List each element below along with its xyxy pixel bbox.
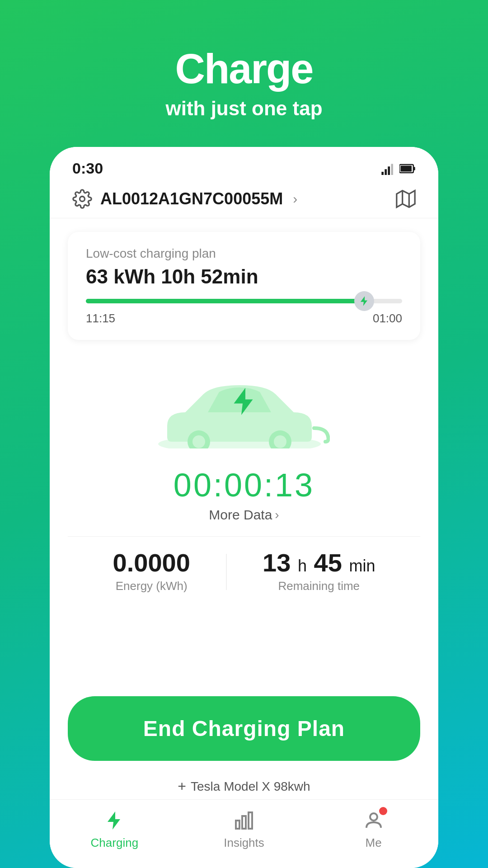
lightning-center-icon [228, 385, 260, 420]
svg-point-15 [274, 435, 286, 448]
header-section: Charge with just one tap [165, 0, 322, 120]
nav-me[interactable]: Me [309, 809, 438, 850]
signal-icon [380, 162, 394, 175]
nav-charging[interactable]: Charging [50, 809, 179, 850]
time-mins: 45 [314, 548, 342, 577]
more-data-link[interactable]: More Data › [209, 507, 279, 523]
energy-stat: 0.0000 Energy (kWh) [113, 550, 190, 593]
nav-charging-label: Charging [91, 836, 139, 850]
nav-insights-icon-wrap [232, 809, 256, 832]
progress-track [86, 299, 402, 303]
svg-marker-8 [397, 191, 415, 208]
time-min-label: min [349, 557, 375, 575]
page-title: Charge [165, 45, 322, 93]
progress-thumb [354, 291, 374, 311]
svg-rect-18 [249, 812, 252, 829]
plus-icon: + [178, 778, 186, 795]
page-subtitle: with just one tap [165, 97, 322, 120]
add-vehicle-row[interactable]: + Tesla Model X 98kwh [50, 770, 438, 799]
plan-hours: 10h [161, 265, 195, 288]
svg-marker-3 [391, 164, 393, 175]
nav-charging-icon-wrap [103, 809, 126, 832]
time-hours: 13 [263, 548, 291, 577]
device-id[interactable]: AL0012A1GN7C00055M [100, 189, 283, 208]
nav-insights[interactable]: Insights [179, 809, 309, 850]
progress-times: 11:15 01:00 [86, 311, 402, 326]
plan-value: 63 kWh 10h 52min [86, 265, 402, 288]
time-end: 01:00 [373, 311, 402, 326]
charging-plan-card: Low-cost charging plan 63 kWh 10h 52min … [68, 232, 420, 340]
svg-marker-1 [385, 169, 387, 175]
charging-nav-icon [103, 810, 125, 831]
nav-insights-label: Insights [224, 836, 264, 850]
vehicle-label: Tesla Model X 98kwh [191, 779, 310, 794]
stats-row: 0.0000 Energy (kWh) 13 h 45 min Remainin… [68, 536, 420, 607]
map-icon[interactable] [396, 189, 416, 209]
svg-rect-16 [236, 821, 239, 829]
more-data-chevron: › [275, 508, 279, 522]
energy-label: Energy (kWh) [113, 579, 190, 593]
car-container [149, 358, 339, 458]
svg-point-13 [192, 435, 205, 448]
flex-spacer [68, 607, 420, 696]
plan-label: Low-cost charging plan [86, 246, 402, 261]
insights-nav-icon [233, 810, 255, 831]
device-chevron[interactable]: › [293, 191, 297, 207]
charging-timer: 00:00:13 [174, 467, 314, 504]
stat-divider [226, 554, 227, 590]
progress-fill [86, 299, 364, 303]
svg-rect-17 [242, 816, 246, 829]
gear-icon[interactable] [72, 189, 92, 209]
svg-rect-5 [413, 167, 415, 170]
device-bar: AL0012A1GN7C00055M › [50, 182, 438, 218]
svg-point-7 [80, 197, 85, 202]
energy-value: 0.0000 [113, 550, 190, 576]
svg-marker-0 [381, 172, 384, 175]
end-charging-button[interactable]: End Charging Plan [68, 696, 420, 761]
me-nav-badge [379, 807, 387, 815]
car-section: 00:00:13 More Data › [68, 349, 420, 527]
time-stat: 13 h 45 min Remaining time [263, 550, 375, 593]
end-charging-section: End Charging Plan [50, 696, 438, 770]
status-time: 0:30 [72, 160, 103, 177]
time-h-label: h [298, 557, 307, 575]
svg-marker-2 [388, 166, 390, 175]
plan-mins: 52min [201, 265, 258, 288]
device-left[interactable]: AL0012A1GN7C00055M › [72, 189, 297, 209]
lightning-thumb-icon [358, 295, 370, 307]
phone-card: 0:30 [50, 147, 438, 868]
status-icons [380, 162, 416, 175]
nav-me-icon-wrap [362, 809, 385, 832]
time-start: 11:15 [86, 311, 115, 326]
svg-point-19 [370, 813, 377, 821]
bolt-icon [228, 385, 260, 418]
remaining-time-label: Remaining time [263, 579, 375, 593]
plan-energy: 63 kWh [86, 265, 155, 288]
bottom-nav: Charging Insights [50, 799, 438, 868]
svg-rect-6 [401, 165, 412, 171]
status-bar: 0:30 [50, 147, 438, 182]
battery-icon [399, 162, 416, 175]
remaining-time-value: 13 h 45 min [263, 550, 375, 576]
nav-me-label: Me [366, 836, 382, 850]
